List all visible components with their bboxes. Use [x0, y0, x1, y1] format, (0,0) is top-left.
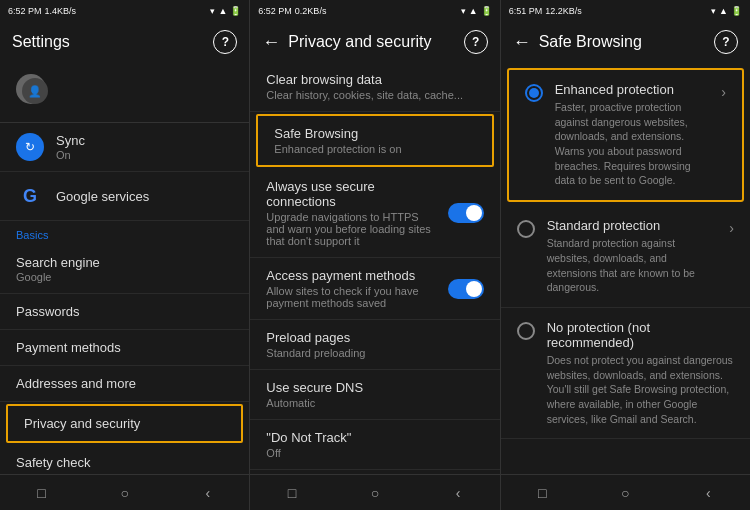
avatar-stack: 👤 👤 — [16, 74, 52, 110]
safe-browsing-scroll[interactable]: Enhanced protection Faster, proactive pr… — [501, 62, 750, 474]
payment-methods-row: Access payment methods Allow sites to ch… — [266, 268, 483, 309]
nav-bar-2: □ ○ ‹ — [250, 474, 499, 510]
help-button-2[interactable]: ? — [464, 30, 488, 54]
nav-square-3[interactable]: □ — [527, 483, 557, 503]
standard-protection-item[interactable]: Standard protection Standard protection … — [501, 206, 750, 308]
preload-pages-item[interactable]: Preload pages Standard preloading — [250, 320, 499, 370]
preload-pages-sub: Standard preloading — [266, 347, 483, 359]
no-protection-radio[interactable] — [517, 322, 535, 340]
safe-browsing-sub: Enhanced protection is on — [274, 143, 475, 155]
payment-methods-privacy-label: Access payment methods — [266, 268, 439, 283]
passwords-item[interactable]: Passwords — [0, 294, 249, 330]
safe-browsing-label: Safe Browsing — [274, 126, 475, 141]
back-button-3[interactable]: ← — [513, 32, 531, 53]
passwords-label: Passwords — [16, 304, 233, 319]
status-right-3: ▾ ▲ 🔋 — [711, 6, 742, 16]
toggle-dot-1 — [466, 205, 482, 221]
status-right-2: ▾ ▲ 🔋 — [461, 6, 492, 16]
clear-browsing-label: Clear browsing data — [266, 72, 483, 87]
no-protection-label: No protection (not recommended) — [547, 320, 734, 350]
back-button-2[interactable]: ← — [262, 32, 280, 53]
nav-circle-1[interactable]: ○ — [110, 483, 140, 503]
do-not-track-item[interactable]: "Do Not Track" Off — [250, 420, 499, 470]
preload-pages-label: Preload pages — [266, 330, 483, 345]
google-services-item[interactable]: G Google services — [0, 172, 249, 221]
status-left-1: 6:52 PM 1.4KB/s — [8, 6, 76, 16]
search-engine-item[interactable]: Search engine Google — [0, 245, 249, 294]
nav-back-1[interactable]: ‹ — [193, 483, 223, 503]
privacy-scroll[interactable]: Clear browsing data Clear history, cooki… — [250, 62, 499, 474]
sync-label: Sync — [56, 133, 233, 148]
enhanced-chevron: › — [721, 84, 726, 100]
secure-connections-sub: Upgrade navigations to HTTPS and warn yo… — [266, 211, 439, 247]
secure-dns-label: Use secure DNS — [266, 380, 483, 395]
network-2: 0.2KB/s — [295, 6, 327, 16]
enhanced-radio[interactable] — [525, 84, 543, 102]
payment-methods-privacy-item[interactable]: Access payment methods Allow sites to ch… — [250, 258, 499, 320]
enhanced-protection-item[interactable]: Enhanced protection Faster, proactive pr… — [507, 68, 744, 202]
standard-protection-sub: Standard protection against websites, do… — [547, 236, 718, 295]
safe-browsing-inner[interactable]: Safe Browsing Enhanced protection is on — [258, 116, 491, 165]
enhanced-protection-inner[interactable]: Enhanced protection Faster, proactive pr… — [509, 70, 742, 200]
no-protection-sub: Does not protect you against dangerous w… — [547, 353, 734, 426]
standard-radio[interactable] — [517, 220, 535, 238]
nav-square-2[interactable]: □ — [277, 483, 307, 503]
payment-methods-sub: Allow sites to check if you have payment… — [266, 285, 439, 309]
battery-icon-1: 🔋 — [230, 6, 241, 16]
signal-icon-1: ▲ — [218, 6, 227, 16]
secure-connections-text: Always use secure connections Upgrade na… — [266, 179, 447, 247]
google-icon: G — [16, 182, 44, 210]
safe-browsing-title: Safe Browsing — [539, 33, 706, 51]
network-1: 1.4KB/s — [45, 6, 77, 16]
secure-dns-sub: Automatic — [266, 397, 483, 409]
secure-connections-toggle[interactable] — [448, 203, 484, 223]
nav-back-3[interactable]: ‹ — [693, 483, 723, 503]
toggle-dot-2 — [466, 281, 482, 297]
status-left-2: 6:52 PM 0.2KB/s — [258, 6, 326, 16]
nav-circle-3[interactable]: ○ — [610, 483, 640, 503]
payment-methods-toggle[interactable] — [448, 279, 484, 299]
settings-scroll[interactable]: 👤 👤 ↻ Sync On G Google services — [0, 62, 249, 474]
secure-connections-item[interactable]: Always use secure connections Upgrade na… — [250, 169, 499, 258]
sync-icon: ↻ — [16, 133, 44, 161]
secure-dns-item[interactable]: Use secure DNS Automatic — [250, 370, 499, 420]
safe-browsing-item[interactable]: Safe Browsing Enhanced protection is on — [256, 114, 493, 167]
sync-text: Sync On — [56, 133, 233, 161]
nav-circle-2[interactable]: ○ — [360, 483, 390, 503]
privacy-security-label: Privacy and security — [24, 416, 225, 431]
signal-icon-2: ▲ — [469, 6, 478, 16]
nav-back-2[interactable]: ‹ — [443, 483, 473, 503]
privacy-security-item[interactable]: Privacy and security — [6, 404, 243, 443]
standard-chevron: › — [729, 220, 734, 236]
safety-check-item[interactable]: Safety check — [0, 445, 249, 474]
enhanced-radio-dot — [529, 88, 539, 98]
enhanced-protection-label: Enhanced protection — [555, 82, 710, 97]
enhanced-protection-sub: Faster, proactive protection against dan… — [555, 100, 710, 188]
nav-bar-1: □ ○ ‹ — [0, 474, 249, 510]
battery-icon-2: 🔋 — [481, 6, 492, 16]
payment-methods-item[interactable]: Payment methods — [0, 330, 249, 366]
do-not-track-label: "Do Not Track" — [266, 430, 483, 445]
help-button-1[interactable]: ? — [213, 30, 237, 54]
addresses-item[interactable]: Addresses and more — [0, 366, 249, 402]
status-left-3: 6:51 PM 12.2KB/s — [509, 6, 582, 16]
google-services-label: Google services — [56, 189, 233, 204]
profile-section: 👤 👤 — [0, 62, 249, 123]
payment-methods-text: Access payment methods Allow sites to ch… — [266, 268, 447, 309]
status-bar-2: 6:52 PM 0.2KB/s ▾ ▲ 🔋 — [250, 0, 499, 22]
basics-header: Basics — [0, 221, 249, 245]
time-3: 6:51 PM — [509, 6, 543, 16]
search-engine-label: Search engine — [16, 255, 233, 270]
clear-browsing-item[interactable]: Clear browsing data Clear history, cooki… — [250, 62, 499, 112]
nav-square-1[interactable]: □ — [27, 483, 57, 503]
do-not-track-sub: Off — [266, 447, 483, 459]
secure-connections-label: Always use secure connections — [266, 179, 439, 209]
privacy-panel: 6:52 PM 0.2KB/s ▾ ▲ 🔋 ← Privacy and secu… — [250, 0, 500, 510]
status-right-1: ▾ ▲ 🔋 — [210, 6, 241, 16]
battery-icon-3: 🔋 — [731, 6, 742, 16]
network-3: 12.2KB/s — [545, 6, 582, 16]
sync-item[interactable]: ↻ Sync On — [0, 123, 249, 172]
help-button-3[interactable]: ? — [714, 30, 738, 54]
standard-protection-label: Standard protection — [547, 218, 718, 233]
no-protection-item[interactable]: No protection (not recommended) Does not… — [501, 308, 750, 439]
